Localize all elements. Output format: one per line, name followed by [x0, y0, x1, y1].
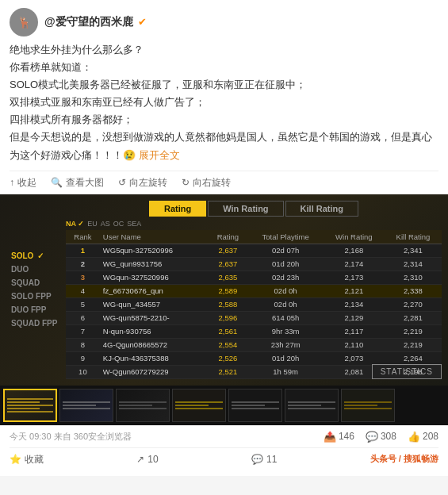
comment-stat: 💬 308 [366, 431, 396, 443]
reply-action[interactable]: 💬 11 [251, 453, 277, 466]
table-row: 3 WGqun-327520996 2,635 02d 23h 2,173 2,… [66, 271, 442, 284]
menu-duo[interactable]: DUO [8, 263, 60, 275]
cell-win-rating: 2,174 [324, 257, 385, 271]
thumbnail-3[interactable] [116, 389, 170, 422]
verified-icon: ✔ [138, 16, 147, 28]
leaderboard-bg: SOLO ✓ DUO SQUAD SOLO FPP DUO FPP SQUAD … [0, 194, 448, 386]
cell-name: WG-qun_434557 [100, 297, 208, 311]
rotate-right-button[interactable]: ↻ 向右旋转 [182, 176, 231, 190]
cell-rating: 2,596 [208, 311, 247, 324]
cell-win-rating: 2,129 [324, 311, 385, 324]
rotate-left-icon: ↺ [118, 177, 126, 188]
cell-name: KJ-Qun-436375388 [100, 351, 208, 365]
game-area: SOLO ✓ DUO SQUAD SOLO FPP DUO FPP SQUAD … [0, 194, 448, 425]
share-count: 146 [339, 431, 354, 442]
cell-kill-rating: 2,314 [385, 257, 442, 271]
collapse-label: 收起 [17, 176, 36, 190]
region-eu[interactable]: EU [87, 220, 98, 228]
zoom-button[interactable]: 🔍 查看大图 [51, 176, 104, 190]
cell-name: N-qun-930756 [100, 324, 208, 338]
content-line-6: 但是今天想说的是，没想到做游戏的人竟然都他妈是国人，虽然它是个韩国的游戏，但是真… [10, 131, 432, 160]
forward-action[interactable]: ↗ 10 [136, 453, 158, 466]
expand-link[interactable]: 展开全文 [139, 149, 180, 161]
cell-playtime: 9hr 33m [248, 324, 324, 338]
leaderboard-table-wrapper: Rating Win Rating Kill Rating NA ✓ EU AS… [66, 201, 442, 379]
forward-count: 10 [147, 454, 158, 465]
cell-playtime: 02d 0h [248, 297, 324, 311]
cell-rank: 5 [66, 297, 100, 311]
thumbnail-2[interactable] [59, 389, 113, 422]
menu-solo-fpp[interactable]: SOLO FPP [8, 290, 60, 302]
cell-rank: 10 [66, 365, 100, 378]
thumbnail-1[interactable] [3, 389, 57, 422]
menu-solo[interactable]: SOLO ✓ [8, 250, 60, 262]
post-time: 今天 09:30 来自 360安全浏览器 [10, 432, 132, 441]
cell-rating: 2,635 [208, 271, 247, 284]
table-row: 7 N-qun-930756 2,561 9hr 33m 2,117 2,219 [66, 324, 442, 338]
post-actions-top: ↑ 收起 🔍 查看大图 ↺ 向左旋转 ↻ 向右旋转 [10, 171, 438, 194]
cell-win-rating: 2,173 [324, 271, 385, 284]
menu-squad-fpp[interactable]: SQUAD FPP [8, 317, 60, 329]
cell-kill-rating: 2,338 [385, 284, 442, 297]
cell-win-rating: 2,110 [324, 338, 385, 351]
collect-action[interactable]: ⭐ 收藏 [10, 453, 44, 466]
cell-name: fz_66730676_qun [100, 284, 208, 297]
tab-win-rating[interactable]: Win Rating [208, 201, 283, 217]
cell-rating: 2,637 [208, 244, 247, 257]
rotate-left-button[interactable]: ↺ 向左旋转 [118, 176, 167, 190]
like-stat: 👍 208 [408, 431, 438, 443]
col-rank: Rank [66, 230, 100, 244]
post-header: 🦌 @爱守望的西米鹿 ✔ [10, 8, 438, 36]
col-username: User Name [100, 230, 208, 244]
cell-rank: 9 [66, 351, 100, 365]
statistics-button[interactable]: STATISTICS [372, 364, 442, 379]
cell-rating: 2,589 [208, 284, 247, 297]
collapse-button[interactable]: ↑ 收起 [10, 176, 36, 190]
cell-rating: 2,521 [208, 365, 247, 378]
collect-label: 收藏 [25, 453, 44, 466]
cell-rating: 2,637 [208, 257, 247, 271]
footer-brand: 头条号 / 搜狐畅游 [370, 453, 438, 466]
cell-kill-rating: 2,219 [385, 324, 442, 338]
cell-playtime: 01d 20h [248, 257, 324, 271]
cell-name: WGqun-327520996 [100, 271, 208, 284]
table-row: 9 KJ-Qun-436375388 2,526 01d 20h 2,073 2… [66, 351, 442, 365]
forward-icon: ↗ [136, 454, 144, 465]
table-row: 2 WG_qun9931756 2,637 01d 20h 2,174 2,31… [66, 257, 442, 271]
reply-count: 11 [266, 454, 277, 465]
menu-squad[interactable]: SQUAD [8, 277, 60, 289]
cell-win-rating: 2,117 [324, 324, 385, 338]
region-as[interactable]: AS [101, 220, 110, 228]
cell-rating: 2,588 [208, 297, 247, 311]
zoom-icon: 🔍 [51, 177, 63, 188]
region-sea[interactable]: SEA [127, 220, 141, 228]
post-actions-bottom: ⭐ 收藏 ↗ 10 💬 11 头条号 / 搜狐畅游 [10, 447, 438, 471]
thumbnail-7[interactable] [341, 389, 395, 422]
post-container: 🦌 @爱守望的西米鹿 ✔ 绝地求生外挂为什么那么多？ 你看榜单就知道： SOLO… [0, 0, 448, 194]
content-line-4: 双排模式亚服和东南亚已经有人做广告了； [10, 96, 205, 108]
zoom-label: 查看大图 [66, 176, 104, 190]
region-na[interactable]: NA ✓ [66, 220, 84, 228]
content-line-1: 绝地求生外挂为什么那么多？ [10, 44, 144, 56]
cell-rating: 2,561 [208, 324, 247, 338]
table-row: 5 WG-qun_434557 2,588 02d 0h 2,134 2,270 [66, 297, 442, 311]
leaderboard-tabs: Rating Win Rating Kill Rating [66, 201, 442, 217]
thumbnail-4[interactable] [172, 389, 226, 422]
cell-name: WG-qun5875-2210- [100, 311, 208, 324]
cell-playtime: 02d 0h [248, 284, 324, 297]
region-oc[interactable]: OC [113, 220, 124, 228]
cell-rank: 3 [66, 271, 100, 284]
thumbnail-6[interactable] [285, 389, 339, 422]
leaderboard-table: Rank User Name Rating Total Playtime Win… [66, 230, 442, 379]
menu-duo-fpp[interactable]: DUO FPP [8, 304, 60, 316]
thumbnail-5[interactable] [228, 389, 282, 422]
tab-rating[interactable]: Rating [149, 201, 206, 217]
tab-kill-rating[interactable]: Kill Rating [285, 201, 358, 217]
post-stats: 📤 146 💬 308 👍 208 [324, 431, 438, 443]
content-line-5: 四排模式所有服务器都好； [10, 113, 133, 125]
post-footer: 今天 09:30 来自 360安全浏览器 📤 146 💬 308 👍 208 ⭐… [0, 425, 448, 476]
like-icon: 👍 [408, 431, 420, 443]
share-icon: 📤 [324, 431, 336, 443]
like-count: 208 [423, 431, 438, 442]
cell-playtime: 23h 27m [248, 338, 324, 351]
